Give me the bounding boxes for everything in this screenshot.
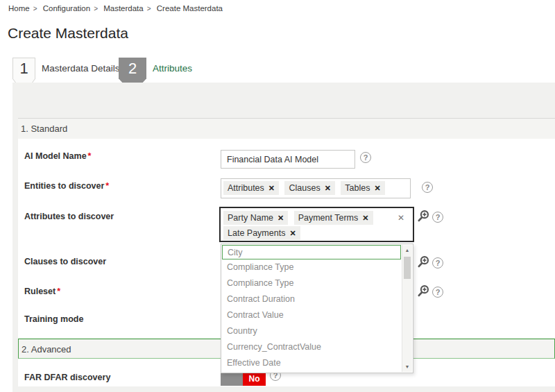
required-marker: *: [57, 287, 60, 296]
breadcrumb-segment: Masterdata>: [103, 4, 154, 12]
breadcrumb-segment: Home>: [8, 4, 41, 12]
dropdown-option[interactable]: Country: [221, 323, 401, 339]
remove-tag-icon[interactable]: ✕: [325, 184, 331, 192]
breadcrumb-item[interactable]: Home: [8, 4, 30, 12]
dropdown-option[interactable]: Contract Duration: [221, 291, 401, 307]
dropdown-scrollbar[interactable]: ▲ ▼: [402, 245, 412, 372]
help-icon[interactable]: ?: [432, 287, 443, 298]
remove-tag-icon[interactable]: ✕: [362, 214, 368, 222]
ai-model-name-input[interactable]: [221, 150, 355, 169]
dropdown-options: City Compliance Type Compliance Type Con…: [221, 245, 413, 371]
breadcrumb-item[interactable]: Configuration: [43, 4, 90, 12]
tag-label: Payment Terms: [298, 213, 359, 223]
breadcrumb-segment: Create Masterdata>: [157, 4, 223, 12]
label-text: Entities to discover: [24, 181, 104, 191]
help-icon[interactable]: ?: [360, 152, 371, 163]
wizard-step-1-label[interactable]: Masterdata Details: [42, 63, 120, 74]
clauses-to-discover-label: Clauses to discover: [24, 257, 106, 266]
lookup-add-icon[interactable]: [417, 210, 430, 223]
label-text: Ruleset: [24, 287, 56, 296]
tag: Attributes✕: [223, 181, 279, 195]
label-text: FAR DFAR discovery: [24, 373, 110, 382]
far-dfar-toggle[interactable]: No: [221, 372, 266, 386]
tag-label: Clauses: [289, 183, 320, 193]
magnifier-plus-icon: [417, 210, 430, 223]
dropdown-option[interactable]: Currency_ContractValue: [221, 339, 401, 355]
scrollbar-down-icon[interactable]: ▼: [402, 362, 412, 371]
tag: Clauses✕: [284, 181, 334, 195]
remove-tag-icon[interactable]: ✕: [289, 229, 296, 237]
help-icon[interactable]: ?: [432, 212, 443, 223]
ai-model-name-label: AI Model Name*: [24, 151, 91, 161]
help-icon[interactable]: ?: [432, 257, 443, 269]
label-text: Clauses to discover: [24, 257, 106, 266]
breadcrumb-separator: >: [94, 5, 98, 12]
section-header-standard[interactable]: 1. Standard: [18, 118, 555, 139]
breadcrumb: Home> Configuration> Masterdata> Create …: [8, 4, 223, 12]
scrollbar-thumb[interactable]: [404, 257, 411, 279]
label-text: AI Model Name: [24, 151, 87, 161]
attributes-to-discover-label: Attributes to discover: [24, 212, 114, 221]
breadcrumb-separator: >: [33, 5, 37, 12]
required-marker: *: [88, 151, 92, 161]
toggle-value: No: [243, 372, 266, 386]
magnifier-plus-icon: [417, 255, 430, 269]
help-icon[interactable]: ?: [422, 182, 433, 193]
clear-all-icon[interactable]: ✕: [398, 213, 404, 223]
ruleset-label: Ruleset*: [24, 287, 60, 296]
wizard-step-2-label[interactable]: Attributes: [153, 63, 192, 74]
entities-to-discover-input[interactable]: Attributes✕ Clauses✕ Tables✕: [221, 178, 411, 198]
remove-tag-icon[interactable]: ✕: [278, 214, 284, 222]
breadcrumb-segment: Configuration>: [43, 4, 101, 12]
magnifier-plus-icon: [417, 284, 430, 298]
breadcrumb-separator: >: [147, 5, 151, 12]
lookup-add-icon[interactable]: [417, 284, 430, 298]
wizard-step-2-number: 2: [119, 58, 146, 79]
attributes-dropdown: City Compliance Type Compliance Type Con…: [221, 244, 413, 373]
far-dfar-discovery-label: FAR DFAR discovery: [24, 373, 110, 382]
scrollbar-up-icon[interactable]: ▲: [402, 246, 412, 255]
dropdown-option[interactable]: Contract Value: [221, 307, 401, 323]
tag: Tables✕: [341, 181, 384, 195]
required-marker: *: [105, 181, 109, 191]
remove-tag-icon[interactable]: ✕: [268, 184, 275, 192]
remove-tag-icon[interactable]: ✕: [374, 184, 380, 192]
toggle-knob: [221, 372, 243, 386]
tag: Party Name✕: [223, 211, 288, 225]
attributes-to-discover-input[interactable]: Party Name✕ Payment Terms✕ Late Payments…: [219, 207, 414, 242]
dropdown-option[interactable]: City: [222, 245, 401, 259]
page-title: Create Masterdata: [8, 25, 128, 42]
dropdown-option[interactable]: Compliance Type: [221, 275, 401, 291]
tag-label: Party Name: [228, 213, 273, 223]
tag-label: Late Payments: [228, 228, 285, 238]
dropdown-option[interactable]: Effective Date: [221, 355, 401, 371]
dropdown-option[interactable]: Compliance Type: [221, 259, 401, 275]
wizard-step-1-number: 1: [12, 58, 35, 79]
tag-label: Attributes: [228, 183, 264, 193]
tag: Payment Terms✕: [294, 211, 373, 225]
label-text: Attributes to discover: [24, 212, 114, 221]
tag: Late Payments✕: [223, 226, 300, 240]
label-text: Training mode: [24, 314, 83, 324]
tag-label: Tables: [345, 183, 370, 193]
breadcrumb-item[interactable]: Create Masterdata: [157, 4, 223, 12]
training-mode-label: Training mode: [24, 314, 83, 324]
breadcrumb-item[interactable]: Masterdata: [103, 4, 144, 12]
lookup-add-icon[interactable]: [417, 255, 430, 269]
entities-to-discover-label: Entities to discover*: [24, 181, 109, 191]
